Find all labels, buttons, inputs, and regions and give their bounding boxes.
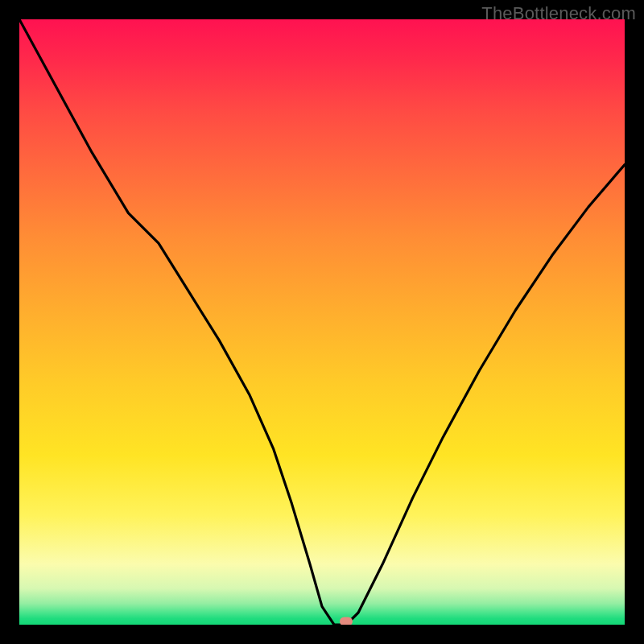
watermark-text: TheBottleneck.com — [481, 3, 636, 24]
plot-area — [19, 19, 625, 625]
bottleneck-curve — [19, 19, 625, 625]
optimal-point-marker — [340, 617, 353, 625]
curve-path — [19, 19, 625, 625]
chart-frame: TheBottleneck.com — [0, 0, 644, 644]
